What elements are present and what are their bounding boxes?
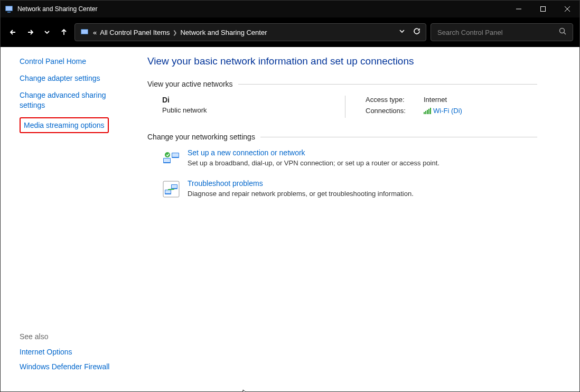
maximize-button[interactable] <box>531 1 555 17</box>
see-also-section: See also Internet Options Windows Defend… <box>20 332 123 382</box>
svg-rect-2 <box>7 12 11 13</box>
network-category: Public network <box>162 106 321 114</box>
app-icon <box>5 5 13 13</box>
svg-rect-8 <box>81 30 88 34</box>
titlebar: Network and Sharing Center <box>1 1 579 17</box>
sidebar: Control Panel Home Change adapter settin… <box>1 47 133 391</box>
troubleshoot-icon <box>162 180 180 198</box>
up-button[interactable] <box>58 26 70 39</box>
page-title: View your basic network information and … <box>147 55 537 67</box>
svg-rect-13 <box>427 110 428 114</box>
svg-rect-23 <box>165 190 171 193</box>
network-name: Di <box>162 96 321 104</box>
chevron-right-icon: ❯ <box>173 30 177 35</box>
setup-connection-desc: Set up a broadband, dial-up, or VPN conn… <box>188 159 439 167</box>
address-bar[interactable]: « All Control Panel Items ❯ Network and … <box>74 23 426 41</box>
divider <box>238 84 537 85</box>
wifi-signal-icon <box>424 108 431 114</box>
svg-point-9 <box>560 29 565 33</box>
svg-rect-1 <box>6 6 12 11</box>
address-dropdown-icon[interactable] <box>398 27 406 37</box>
active-network-row: Di Public network Access type: Internet … <box>147 96 537 118</box>
divider <box>260 137 537 137</box>
svg-rect-14 <box>428 109 429 114</box>
minimize-button[interactable] <box>507 1 531 17</box>
see-also-internet-options[interactable]: Internet Options <box>20 347 123 357</box>
window-title: Network and Sharing Center <box>17 5 507 13</box>
see-also-defender-firewall[interactable]: Windows Defender Firewall <box>20 362 123 371</box>
troubleshoot-title[interactable]: Troubleshoot problems <box>188 179 414 188</box>
refresh-icon[interactable] <box>413 27 420 37</box>
forward-button[interactable] <box>24 26 36 39</box>
access-type-label: Access type: <box>366 96 413 104</box>
svg-rect-19 <box>172 153 179 157</box>
svg-rect-11 <box>424 112 425 114</box>
sidebar-link-adapter[interactable]: Change adapter settings <box>20 73 123 83</box>
troubleshoot-desc: Diagnose and repair network problems, or… <box>188 190 414 198</box>
sidebar-link-advanced-sharing[interactable]: Change advanced sharing settings <box>20 90 123 109</box>
connection-link[interactable]: Wi-Fi (Di) <box>424 107 462 115</box>
control-panel-window: Network and Sharing Center <box>0 0 580 392</box>
active-networks-heading: View your active networks <box>147 80 537 88</box>
svg-rect-25 <box>172 185 177 188</box>
svg-rect-4 <box>541 7 546 12</box>
search-icon[interactable] <box>559 27 566 37</box>
troubleshoot-item[interactable]: Troubleshoot problems Diagnose and repai… <box>162 179 537 198</box>
search-input[interactable] <box>437 29 559 36</box>
breadcrumb-item[interactable]: All Control Panel Items <box>100 29 170 36</box>
setup-connection-title[interactable]: Set up a new connection or network <box>188 148 439 157</box>
breadcrumb: « All Control Panel Items ❯ Network and … <box>93 29 394 36</box>
breadcrumb-item[interactable]: Network and Sharing Center <box>180 29 267 36</box>
recent-dropdown[interactable] <box>41 26 53 39</box>
navigation-toolbar: « All Control Panel Items ❯ Network and … <box>1 17 579 47</box>
back-button[interactable] <box>7 26 20 39</box>
change-settings-heading: Change your networking settings <box>147 133 537 141</box>
access-type-value: Internet <box>424 96 447 104</box>
see-also-heading: See also <box>20 332 123 341</box>
control-panel-icon <box>80 28 89 36</box>
close-button[interactable] <box>555 1 579 17</box>
breadcrumb-prefix: « <box>93 29 97 36</box>
main-panel: View your basic network information and … <box>133 47 579 391</box>
content-area: Control Panel Home Change adapter settin… <box>1 47 579 391</box>
svg-line-10 <box>564 33 566 35</box>
svg-rect-15 <box>430 108 431 114</box>
toolbar-search[interactable] <box>431 23 573 41</box>
setup-connection-item[interactable]: Set up a new connection or network Set u… <box>162 148 537 167</box>
divider <box>345 96 345 118</box>
connections-label: Connections: <box>366 107 413 115</box>
svg-rect-17 <box>164 158 170 162</box>
network-setup-icon <box>162 150 180 167</box>
sidebar-link-media-streaming[interactable]: Media streaming options <box>20 117 109 133</box>
sidebar-link-home[interactable]: Control Panel Home <box>20 57 123 66</box>
svg-rect-12 <box>425 111 426 114</box>
svg-point-20 <box>165 152 170 157</box>
